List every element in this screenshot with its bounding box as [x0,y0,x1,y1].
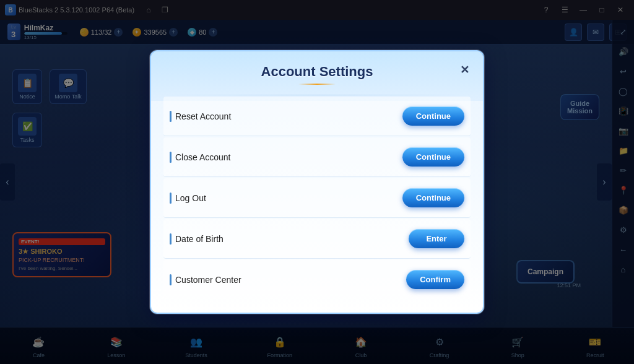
date-of-birth-label: Date of Birth [170,233,224,245]
modal-close-button[interactable]: ✕ [456,61,473,79]
close-account-label: Close Account [170,152,231,163]
log-out-button[interactable]: Continue [402,188,464,207]
modal-title-underline [298,84,336,85]
modal-row-log-out: Log Out Continue [163,178,471,218]
reset-account-button[interactable]: Continue [402,106,464,126]
close-account-button[interactable]: Continue [402,147,464,167]
modal-row-close-account: Close Account Continue [163,137,471,177]
modal-body: Reset Account Continue Close Account Con… [151,95,483,299]
modal-overlay: Account Settings ✕ Reset Account Continu… [0,0,634,364]
reset-account-label: Reset Account [170,111,231,122]
customer-center-label: Customer Center [170,274,241,285]
modal-top-divider [163,95,471,95]
account-settings-modal: Account Settings ✕ Reset Account Continu… [150,50,484,314]
date-of-birth-button[interactable]: Enter [409,229,464,248]
modal-header: Account Settings [151,51,483,95]
modal-row-reset-account: Reset Account Continue [163,97,471,136]
log-out-label: Log Out [170,193,206,204]
modal-row-customer-center: Customer Center Confirm [163,260,471,299]
modal-row-date-of-birth: Date of Birth Enter [163,219,471,259]
customer-center-button[interactable]: Confirm [406,270,464,289]
modal-title: Account Settings [163,64,471,80]
